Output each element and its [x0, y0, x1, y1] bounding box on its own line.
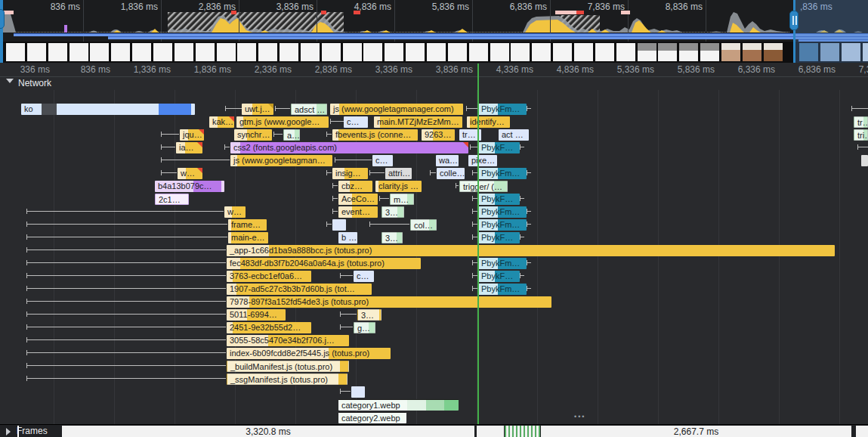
network-request[interactable]: g…: [354, 322, 375, 333]
network-request[interactable]: PbykFm…: [478, 219, 527, 231]
network-request[interactable]: m…: [390, 194, 414, 205]
network-request[interactable]: ia…: [176, 142, 202, 153]
network-request[interactable]: PbykFm…: [478, 284, 527, 295]
network-request[interactable]: wa…: [436, 155, 459, 166]
network-request[interactable]: 9263…: [422, 129, 455, 141]
filmstrip-frame[interactable]: [406, 43, 425, 61]
network-request[interactable]: js (www.googletagmanager.com): [330, 104, 463, 115]
network-request[interactable]: PbykF…: [478, 271, 520, 282]
filmstrip-frame[interactable]: [448, 43, 467, 61]
filmstrip-frame[interactable]: [427, 43, 446, 61]
filmstrip-frame[interactable]: [721, 43, 740, 61]
expand-triangle-icon[interactable]: [6, 428, 11, 435]
network-request[interactable]: ko: [21, 104, 195, 115]
network-request[interactable]: _app-1c66d1ba9a888bcc.js (totus.pro): [227, 245, 835, 256]
network-request[interactable]: css2 (fonts.googleapis.com): [230, 142, 468, 153]
filmstrip-frame[interactable]: [553, 43, 572, 61]
network-request[interactable]: uwt.j…: [242, 104, 273, 115]
handle-grip[interactable]: [0, 9, 5, 29]
filmstrip-frame[interactable]: [385, 43, 403, 61]
collapse-triangle-icon[interactable]: [6, 79, 14, 83]
network-request[interactable]: pixe…: [468, 155, 497, 166]
network-request[interactable]: identify…: [467, 116, 510, 128]
filmstrip-frame[interactable]: [175, 43, 193, 61]
network-request[interactable]: cbz…: [338, 181, 372, 192]
frame-stripes[interactable]: [505, 426, 540, 437]
network-request[interactable]: w…: [224, 206, 246, 218]
handle-grip[interactable]: [789, 11, 798, 30]
network-request[interactable]: w…: [178, 168, 202, 179]
frame-duration-bar[interactable]: [477, 426, 504, 437]
filmstrip-frame[interactable]: [111, 43, 130, 61]
network-request[interactable]: PbykFm…: [478, 206, 527, 218]
network-waterfall[interactable]: kouwt.j…adsct …js (www.googletagmanager.…: [0, 90, 868, 424]
network-request[interactable]: 3…: [381, 232, 403, 243]
filmstrip-frame[interactable]: [48, 43, 67, 61]
network-request[interactable]: AceCo…: [338, 194, 378, 205]
network-request[interactable]: c…: [354, 271, 374, 282]
network-request[interactable]: [332, 219, 346, 231]
network-request[interactable]: kak…: [209, 116, 234, 128]
network-request[interactable]: PbykFm…: [478, 104, 527, 115]
network-request[interactable]: 7978-897f3a152fd54de3.js (totus.pro): [227, 296, 551, 308]
network-request[interactable]: c…: [372, 155, 393, 166]
network-request[interactable]: main.MTZjMzEzMm…: [374, 116, 462, 128]
network-request[interactable]: gtm.js (www.google…: [236, 116, 329, 128]
network-request[interactable]: PbykF…: [478, 142, 520, 153]
network-request[interactable]: fec483df-db3f7b2046a0a64a.js (totus.pro): [227, 258, 421, 269]
filmstrip-frame[interactable]: [343, 43, 362, 61]
network-request[interactable]: tr…: [854, 116, 868, 128]
network-request[interactable]: PbykF…: [478, 232, 520, 243]
network-request[interactable]: fbevents.js (conne…: [332, 129, 418, 141]
network-request[interactable]: insig…: [332, 168, 368, 179]
network-request[interactable]: a…: [283, 129, 300, 141]
filmstrip-frame[interactable]: [595, 43, 614, 61]
filmstrip-frame[interactable]: [616, 43, 635, 61]
network-request[interactable]: 1907-ad5c27c3b3b7d60b.js (tot…: [227, 284, 372, 295]
filmstrip-frame[interactable]: [301, 43, 320, 61]
network-request[interactable]: _ssgManifest.js (totus.pro): [227, 373, 348, 385]
network-request[interactable]: index-6b09fcdd8e2f5445.js (totus.pro): [227, 348, 391, 359]
network-request[interactable]: col…: [410, 219, 437, 231]
filmstrip-frame[interactable]: [511, 43, 530, 61]
network-request[interactable]: _buildManifest.js (totus.pro): [227, 361, 349, 372]
network-request[interactable]: js (www.googletagman…: [230, 155, 332, 166]
network-request[interactable]: category2.webp: [338, 412, 406, 423]
network-request[interactable]: 3…: [357, 309, 381, 321]
network-request[interactable]: PbykFm…: [478, 168, 527, 179]
filmstrip-frame[interactable]: [280, 43, 298, 61]
filmstrip-frame[interactable]: [90, 43, 109, 61]
network-request[interactable]: 5011-6994…: [227, 309, 286, 321]
network-request[interactable]: category1.webp: [338, 399, 459, 411]
filmstrip-frame[interactable]: [743, 43, 761, 61]
filmstrip-frame[interactable]: [490, 43, 509, 61]
frame-duration-bar[interactable]: [856, 426, 868, 437]
network-request[interactable]: act …: [499, 129, 529, 141]
filmstrip-frame[interactable]: [764, 43, 783, 61]
network-request[interactable]: main-e…: [228, 232, 268, 243]
filmstrip-frame[interactable]: [217, 43, 236, 61]
network-track-header[interactable]: Network: [0, 76, 868, 90]
network-request[interactable]: clarity.js …: [375, 181, 422, 192]
filmstrip-frame[interactable]: [70, 43, 88, 61]
network-request[interactable]: frame…: [228, 219, 267, 231]
filmstrip-frame[interactable]: [363, 43, 382, 61]
network-request[interactable]: attri…: [385, 168, 412, 179]
network-request[interactable]: synchr…: [234, 129, 272, 141]
frames-track[interactable]: Frames 3,320.8 ms2,667.7 ms: [0, 424, 868, 437]
network-request[interactable]: b …: [338, 232, 357, 243]
timeline-window-handle-right[interactable]: [789, 0, 798, 63]
filmstrip-frame[interactable]: [237, 43, 256, 61]
filmstrip-frame[interactable]: [27, 43, 46, 61]
overflow-indicator[interactable]: •••: [574, 413, 585, 420]
timeline-window-handle-left[interactable]: [0, 0, 6, 63]
network-request[interactable]: b4a13b079c…: [155, 181, 224, 192]
network-request[interactable]: tri…: [854, 129, 868, 141]
filmstrip[interactable]: [0, 42, 868, 63]
filmstrip-frame[interactable]: [574, 43, 593, 61]
timeline-overview[interactable]: 836 ms1,836 ms2,836 ms3,836 ms4,836 ms5,…: [0, 0, 868, 64]
network-request[interactable]: colle…: [437, 168, 465, 179]
network-request[interactable]: 3…: [381, 206, 404, 218]
filmstrip-frame[interactable]: [658, 43, 677, 61]
filmstrip-frame[interactable]: [700, 43, 719, 61]
